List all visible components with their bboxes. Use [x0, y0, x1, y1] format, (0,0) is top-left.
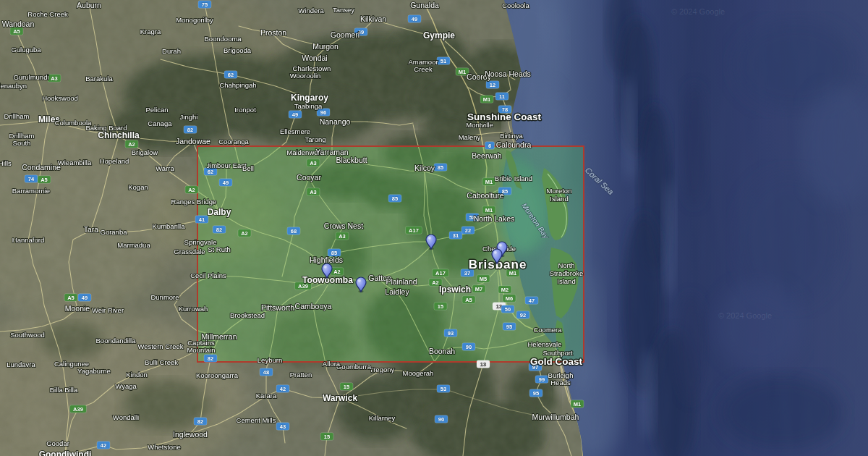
place-label: Maleny	[459, 133, 481, 141]
road-shield: M7	[472, 285, 485, 293]
svg-text:62: 62	[208, 169, 213, 175]
svg-text:41: 41	[199, 216, 205, 223]
road-shield: 12	[486, 81, 499, 89]
road-shield: A5	[64, 294, 77, 302]
road-shield: 6	[485, 142, 495, 150]
place-label: Wieambilla	[58, 159, 92, 166]
place-label: Hopeland	[100, 157, 129, 165]
svg-text:43: 43	[280, 423, 286, 430]
map-canvas[interactable]: A5A375494951M11211M178964962A282685M1856…	[0, 0, 868, 456]
road-shield: 15	[434, 303, 447, 311]
svg-text:A2: A2	[241, 230, 248, 237]
satellite-map: A5A375494951M11211M178964962A282685M1856…	[0, 0, 868, 456]
road-shield: M1	[482, 178, 495, 186]
road-shield: 99	[535, 376, 548, 384]
road-shield: 74	[25, 175, 38, 183]
island-label: Island	[557, 277, 575, 285]
place-label: South	[13, 139, 31, 147]
place-label: Lundavra	[7, 360, 35, 368]
place-label: Kumbarilla	[153, 222, 186, 230]
place-label: Gunalda	[410, 1, 439, 9]
road-shield: 85	[434, 164, 447, 172]
place-label: Birtinya	[500, 132, 523, 140]
place-label: Barramornie	[12, 187, 50, 195]
road-shield: 47	[525, 297, 538, 305]
svg-text:92: 92	[520, 312, 526, 318]
place-label: Helensvale	[528, 340, 562, 348]
island-label: North	[558, 261, 574, 269]
road-shield: A39	[70, 405, 87, 413]
place-label: Creek	[414, 65, 433, 73]
svg-text:96: 96	[320, 109, 326, 116]
place-label: Cooyar	[297, 173, 321, 182]
svg-text:M1: M1	[483, 96, 490, 103]
place-label: Goomeri	[331, 30, 359, 39]
svg-text:11: 11	[499, 93, 505, 100]
place-label: Kilcoy	[414, 164, 435, 172]
place-label: Dunmore	[150, 293, 179, 301]
road-shield: A5	[38, 176, 51, 184]
road-shield: A17	[406, 227, 422, 235]
place-label: Jandowae	[176, 137, 210, 145]
island-label: Moreton	[547, 187, 572, 195]
place-label: St Ruth	[208, 245, 231, 253]
road-shield: 22	[461, 227, 475, 235]
svg-text:93: 93	[448, 330, 454, 337]
road-shield: 68	[287, 227, 300, 235]
road-shield: A2	[125, 140, 138, 148]
svg-text:49: 49	[223, 180, 229, 186]
place-label: Proston	[260, 28, 286, 37]
place-label: Grassdale	[174, 248, 205, 256]
place-label: Windera	[298, 7, 324, 14]
svg-text:M6: M6	[506, 295, 513, 302]
svg-text:A3: A3	[310, 189, 317, 195]
place-label: Wyaga	[115, 382, 137, 390]
place-label: Pelican	[145, 106, 168, 114]
place-label: Weir River	[92, 306, 124, 314]
svg-text:49: 49	[292, 111, 298, 118]
place-label: Warra	[156, 164, 174, 172]
place-label: Coomera	[533, 326, 562, 334]
place-label: Billa Billa	[50, 386, 78, 394]
road-shield: M6	[503, 295, 516, 303]
svg-text:A5: A5	[41, 177, 48, 183]
road-shield: 49	[78, 294, 91, 302]
road-shield: A3	[307, 159, 320, 167]
svg-text:85: 85	[438, 164, 443, 171]
road-shield: 11	[495, 93, 509, 101]
road-shield: 31	[449, 232, 462, 240]
island-label: Island	[550, 195, 568, 203]
svg-text:22: 22	[465, 227, 471, 234]
svg-text:A5: A5	[13, 28, 20, 35]
road-shield: 41	[195, 216, 208, 224]
place-label: Brookstead	[230, 311, 265, 319]
road-shield: 90	[435, 415, 448, 423]
place-label: Pine Hills	[0, 159, 12, 167]
place-label: Goodar	[46, 439, 69, 447]
place-label: Western Creek	[137, 342, 183, 350]
road-shield: 82	[184, 126, 197, 134]
road-shield: A2	[185, 186, 198, 194]
svg-text:A3: A3	[339, 233, 346, 240]
svg-text:M7: M7	[475, 286, 482, 292]
google-attribution-watermark: © 2024 Google	[671, 7, 725, 16]
road-shield: 95	[529, 389, 542, 397]
place-label: Ipswich	[439, 284, 471, 295]
svg-text:A3: A3	[310, 160, 317, 166]
place-label: Condamine	[22, 163, 61, 172]
road-shield: A5	[462, 296, 475, 304]
place-label: Kooroongarra	[196, 371, 239, 379]
svg-text:75: 75	[202, 1, 208, 8]
place-label: Wondalli	[113, 413, 139, 421]
road-shield: 90	[462, 343, 475, 351]
place-label: Hookswood	[42, 94, 78, 102]
place-label: Tansey	[333, 6, 354, 14]
svg-text:6: 6	[488, 143, 491, 149]
place-label: Dalby	[208, 207, 231, 217]
place-label: Murgon	[312, 42, 339, 51]
place-label: Goondiwindi	[39, 449, 92, 456]
svg-text:15: 15	[324, 434, 330, 440]
svg-text:85: 85	[392, 195, 398, 202]
place-label: Tara	[84, 225, 99, 234]
place-label: Heads	[550, 379, 571, 387]
